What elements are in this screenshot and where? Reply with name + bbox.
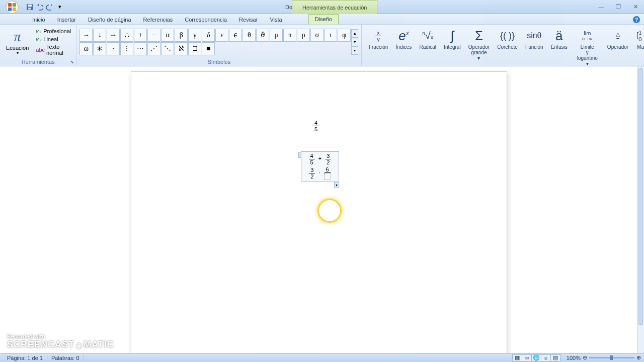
symbol-α[interactable]: α — [161, 29, 174, 42]
symbol-+[interactable]: + — [134, 29, 147, 42]
symbol-θ[interactable]: θ — [243, 29, 256, 42]
symbol-·[interactable]: · — [107, 42, 120, 55]
minimize-button[interactable]: — — [593, 2, 610, 12]
symbol-∴[interactable]: ∴ — [120, 29, 133, 42]
tab-diseno-pagina[interactable]: Diseño de página — [82, 15, 137, 25]
structure-límite[interactable]: limn→∞Límitey logaritmo▾ — [571, 26, 603, 66]
ribbon-tabs: Inicio Insertar Diseño de página Referen… — [0, 14, 644, 25]
undo-icon[interactable] — [35, 3, 44, 12]
symbol-→[interactable]: → — [79, 29, 93, 42]
structure-glyph: Σ — [475, 27, 483, 44]
symbol-ω[interactable]: ω — [79, 42, 93, 55]
tab-insertar[interactable]: Insertar — [51, 15, 82, 25]
structure-glyph: {( )} — [500, 27, 515, 44]
symbol-⋮[interactable]: ⋮ — [120, 42, 133, 55]
structure-radical[interactable]: n√xRadical — [416, 26, 440, 66]
watermark: Recorded with SCREENCAST ◯ MATIC — [7, 333, 114, 350]
placeholder-denominator[interactable] — [324, 173, 331, 180]
structure-matriz[interactable]: [1001]Matriz — [632, 26, 644, 66]
structure-glyph: ∫ — [450, 27, 454, 44]
view-draft[interactable]: ▤ — [550, 354, 560, 361]
symbol-ϑ[interactable]: ϑ — [256, 29, 269, 42]
symbol-μ[interactable]: μ — [270, 29, 283, 42]
redo-icon[interactable] — [45, 3, 54, 12]
help-icon[interactable]: ? — [633, 16, 640, 23]
tools-launcher-icon[interactable]: ⬊ — [69, 60, 74, 65]
maximize-button[interactable]: ❐ — [610, 2, 627, 12]
equation-2-editing[interactable]: 45 + 32 32 · 6 ▾ — [301, 151, 339, 182]
zoom-in-button[interactable]: ⊕ — [636, 354, 641, 361]
symbols-scroll-down[interactable]: ▼ — [351, 38, 358, 46]
symbol-β[interactable]: β — [175, 29, 188, 42]
quick-access-toolbar: ▾ — [25, 3, 64, 12]
tab-inicio[interactable]: Inicio — [26, 15, 51, 25]
symbol-↔[interactable]: ↔ — [107, 29, 120, 42]
zoom-out-button[interactable]: ⊖ — [583, 354, 587, 361]
structure-índices[interactable]: exÍndices — [392, 26, 416, 66]
view-print-layout[interactable]: ▦ — [512, 354, 522, 361]
symbol-⋯[interactable]: ⋯ — [134, 42, 147, 55]
symbol-∗[interactable]: ∗ — [93, 42, 106, 55]
view-web[interactable]: 🌐 — [531, 354, 541, 361]
page[interactable]: 4 5 45 + 32 32 · 6 ▾ — [131, 71, 507, 353]
vertical-scrollbar[interactable] — [637, 66, 644, 353]
tab-vista[interactable]: Vista — [264, 15, 288, 25]
symbol-ε[interactable]: ε — [215, 29, 228, 42]
symbol-ℵ[interactable]: ℵ — [175, 42, 188, 55]
tab-correspondencia[interactable]: Correspondencia — [179, 15, 233, 25]
svg-rect-7 — [28, 8, 31, 10]
zoom-slider[interactable] — [589, 357, 634, 358]
lineal-button[interactable]: ℯₓLineal — [34, 35, 73, 43]
ribbon: π Ecuación ▾ ℯₓProfesional ℯₓLineal abcT… — [0, 25, 644, 66]
symbol-σ[interactable]: σ — [310, 29, 324, 42]
structure-fracción[interactable]: xyFracción — [365, 26, 392, 66]
texto-normal-button[interactable]: abcTexto normal — [34, 43, 73, 56]
symbol-π[interactable]: π — [283, 29, 296, 42]
qat-customize-icon[interactable]: ▾ — [55, 3, 64, 12]
view-full-screen[interactable]: ▭ — [522, 354, 532, 361]
close-button[interactable]: ✕ — [627, 2, 644, 12]
symbols-scroll-up[interactable]: ▲ — [351, 29, 358, 38]
tab-revisar[interactable]: Revisar — [233, 15, 264, 25]
symbol-↓[interactable]: ↓ — [93, 29, 106, 42]
ecuacion-label: Ecuación — [6, 45, 29, 51]
equation-handle[interactable] — [298, 152, 301, 158]
equation-1[interactable]: 4 5 — [312, 120, 319, 132]
document-area[interactable]: 4 5 45 + 32 32 · 6 ▾ — [0, 66, 637, 353]
symbol-τ[interactable]: τ — [324, 29, 337, 42]
symbol-γ[interactable]: γ — [188, 29, 201, 42]
status-words[interactable]: Palabras: 0 — [47, 355, 84, 361]
svg-rect-2 — [13, 3, 16, 7]
ecuacion-button[interactable]: π Ecuación ▾ — [3, 29, 32, 55]
symbol-φ[interactable]: φ — [338, 29, 351, 42]
symbol-ℶ[interactable]: ℶ — [188, 42, 201, 55]
context-tab-header: Herramientas de ecuación — [292, 0, 377, 14]
structure-operador[interactable]: ΣOperadorgrande▾ — [464, 26, 493, 66]
symbol-■[interactable]: ■ — [202, 42, 215, 55]
office-button[interactable] — [2, 0, 22, 14]
profesional-button[interactable]: ℯₓProfesional — [34, 27, 73, 35]
equation-options-dropdown[interactable]: ▾ — [334, 182, 339, 188]
structure-función[interactable]: sinθFunción — [521, 26, 547, 66]
symbols-scroll-more[interactable]: ▾ — [351, 46, 358, 55]
structure-corchete[interactable]: {( )}Corchete — [494, 26, 522, 66]
structure-énfasis[interactable]: äÉnfasis — [547, 26, 571, 66]
scrollbar-thumb[interactable] — [638, 68, 643, 325]
save-icon[interactable] — [25, 3, 34, 12]
structure-glyph: xy — [375, 27, 382, 44]
tab-referencias[interactable]: Referencias — [137, 15, 179, 25]
symbol-⋱[interactable]: ⋱ — [161, 42, 174, 55]
symbol-−[interactable]: − — [147, 29, 160, 42]
symbol-⋰[interactable]: ⋰ — [147, 42, 160, 55]
status-page[interactable]: Página: 1 de 1 — [3, 355, 47, 361]
structure-integral[interactable]: ∫Integral — [440, 26, 465, 66]
symbol-ρ[interactable]: ρ — [297, 29, 310, 42]
structure-glyph: [1001] — [636, 27, 644, 44]
symbol-δ[interactable]: δ — [202, 29, 215, 42]
structure-glyph: △= — [616, 27, 620, 44]
view-outline[interactable]: ≡ — [541, 354, 551, 361]
structure-operador[interactable]: △=Operador — [603, 26, 632, 66]
symbol-ϵ[interactable]: ϵ — [229, 29, 242, 42]
tab-diseno-ecuacion[interactable]: Diseño — [308, 14, 339, 25]
zoom-value[interactable]: 100% — [567, 355, 581, 361]
